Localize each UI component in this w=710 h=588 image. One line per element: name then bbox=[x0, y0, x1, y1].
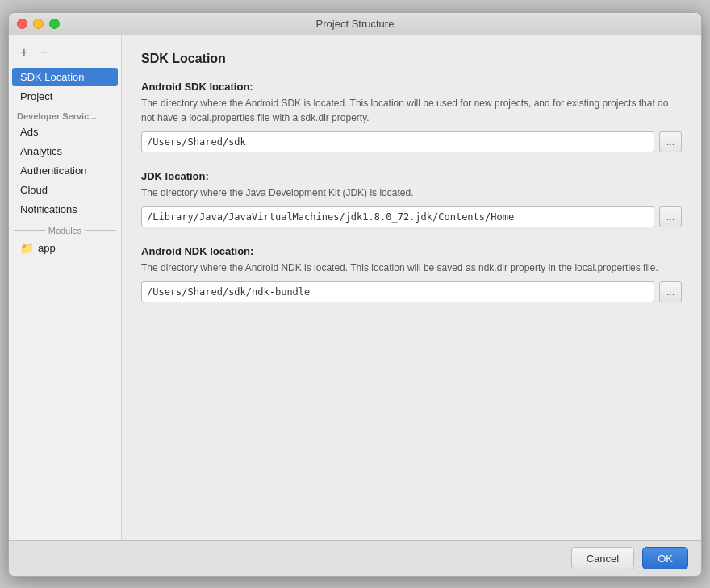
sidebar-toolbar: + − bbox=[9, 40, 121, 68]
close-button[interactable] bbox=[17, 19, 27, 29]
android-ndk-input-row: ... bbox=[141, 281, 682, 302]
android-ndk-desc: The directory where the Android NDK is l… bbox=[141, 261, 682, 275]
ok-button[interactable]: OK bbox=[642, 547, 688, 569]
jdk-browse-button[interactable]: ... bbox=[659, 206, 682, 227]
android-ndk-section: Android NDK location: The directory wher… bbox=[141, 245, 682, 302]
sidebar-item-project[interactable]: Project bbox=[12, 87, 118, 106]
sidebar-item-authentication[interactable]: Authentication bbox=[12, 161, 118, 180]
android-sdk-section: Android SDK location: The directory wher… bbox=[141, 81, 682, 152]
jdk-label: JDK location: bbox=[141, 170, 682, 182]
project-structure-window: Project Structure + − SDK Location Proje… bbox=[8, 12, 702, 577]
footer: Cancel OK bbox=[9, 540, 701, 576]
developer-services-label: Developer Servic... bbox=[9, 106, 121, 123]
content-area: + − SDK Location Project Developer Servi… bbox=[9, 35, 701, 540]
cancel-button[interactable]: Cancel bbox=[571, 547, 634, 569]
sidebar-item-cloud[interactable]: Cloud bbox=[12, 181, 118, 199]
sidebar-item-ads[interactable]: Ads bbox=[12, 123, 118, 141]
window-title: Project Structure bbox=[316, 18, 395, 30]
android-ndk-browse-button[interactable]: ... bbox=[659, 281, 682, 302]
android-ndk-label: Android NDK location: bbox=[141, 245, 682, 257]
android-sdk-label: Android SDK location: bbox=[141, 81, 682, 93]
android-sdk-path-input[interactable] bbox=[141, 131, 654, 152]
android-ndk-path-input[interactable] bbox=[141, 281, 654, 302]
jdk-input-row: ... bbox=[141, 206, 682, 227]
android-sdk-browse-button[interactable]: ... bbox=[659, 131, 682, 152]
sidebar-item-sdk-location[interactable]: SDK Location bbox=[12, 68, 118, 86]
remove-button[interactable]: − bbox=[35, 44, 52, 61]
folder-icon: 📁 bbox=[20, 242, 34, 255]
page-title: SDK Location bbox=[141, 52, 682, 66]
android-sdk-input-row: ... bbox=[141, 131, 682, 152]
jdk-desc: The directory where the Java Development… bbox=[141, 186, 682, 200]
sidebar-item-analytics[interactable]: Analytics bbox=[12, 142, 118, 161]
android-sdk-desc: The directory where the Android SDK is l… bbox=[141, 96, 682, 125]
jdk-section: JDK location: The directory where the Ja… bbox=[141, 170, 682, 227]
minimize-button[interactable] bbox=[33, 19, 44, 29]
maximize-button[interactable] bbox=[49, 19, 60, 29]
add-button[interactable]: + bbox=[15, 44, 33, 61]
window-controls bbox=[17, 19, 60, 29]
modules-divider: Modules bbox=[9, 219, 121, 239]
jdk-path-input[interactable] bbox=[141, 206, 654, 227]
sidebar: + − SDK Location Project Developer Servi… bbox=[9, 35, 122, 540]
sidebar-item-app[interactable]: 📁 app bbox=[9, 239, 121, 258]
main-panel: SDK Location Android SDK location: The d… bbox=[122, 35, 701, 540]
titlebar: Project Structure bbox=[9, 13, 701, 35]
sidebar-item-notifications[interactable]: Notifications bbox=[12, 200, 118, 219]
